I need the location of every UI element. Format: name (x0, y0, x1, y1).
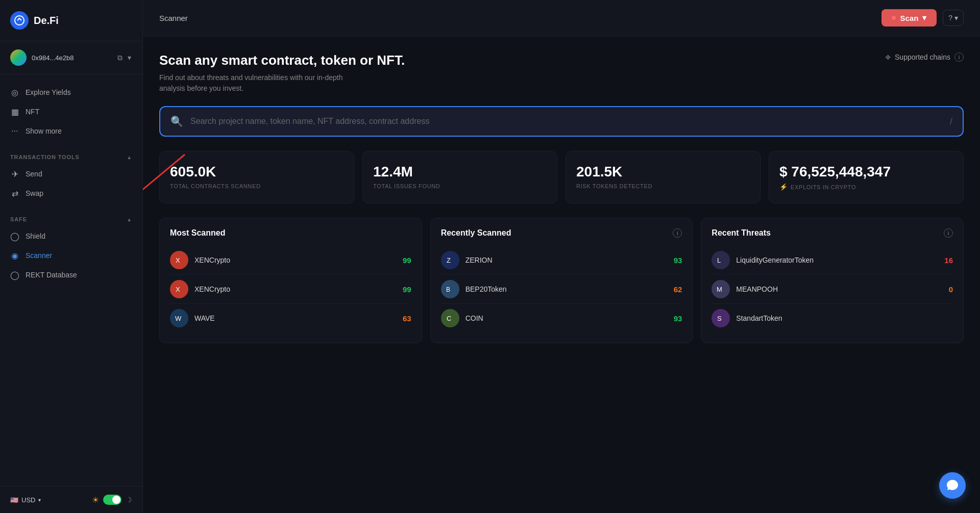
sidebar-item-explore-yields[interactable]: ◎ Explore Yields (0, 83, 142, 102)
scanner-icon: ◉ (10, 251, 19, 260)
recent-threats-info-icon[interactable]: i (944, 228, 953, 238)
list-item[interactable]: B BEP20Token 62 (441, 275, 682, 304)
stat-label: TOTAL ISSUES FOUND (373, 183, 547, 189)
hero-subtitle: Find out about threats and vulnerabiliti… (159, 72, 405, 94)
main-nav: ◎ Explore Yields ▦ NFT ··· Show more (0, 74, 142, 149)
token-icon: X (170, 280, 188, 298)
sidebar-item-show-more[interactable]: ··· Show more (0, 121, 142, 141)
list-item[interactable]: S StandartToken (712, 304, 953, 332)
token-name: XENCrypto (194, 285, 397, 293)
wallet-icons: ⧉ ▾ (116, 53, 132, 63)
sidebar-item-label: REKT Database (26, 271, 77, 279)
app-name: De.Fi (34, 15, 59, 27)
token-score: 62 (674, 285, 682, 294)
sidebar-item-label: Show more (26, 127, 62, 135)
wallet-dropdown-button[interactable]: ▾ (127, 53, 132, 63)
stat-risk-tokens: 201.5K RISK TOKENS DETECTED (566, 151, 761, 203)
sidebar-item-nft[interactable]: ▦ NFT (0, 102, 142, 121)
list-item[interactable]: L LiquidityGeneratorToken 16 (712, 246, 953, 275)
scan-button[interactable]: Scan ▾ (881, 9, 937, 27)
rekt-database-icon: ◯ (10, 270, 19, 279)
chevron-up-icon: ▲ (127, 155, 132, 160)
sidebar-item-label: Scanner (26, 251, 52, 260)
logo-area: De.Fi (0, 0, 142, 41)
search-icon: 🔍 (170, 115, 183, 127)
token-name: LiquidityGeneratorToken (736, 256, 938, 264)
sidebar-item-rekt-database[interactable]: ◯ REKT Database (0, 265, 142, 285)
stat-label-area: ⚡ EXPLOITS IN CRYPTO (779, 183, 953, 191)
svg-text:W: W (175, 315, 182, 322)
logo-icon (10, 11, 29, 30)
stat-value: 201.5K (576, 164, 750, 180)
supported-chains-button[interactable]: ⎆ Supported chains i (886, 53, 964, 62)
token-score: 93 (674, 256, 682, 265)
recent-threats-header: Recent Threats i (712, 228, 953, 238)
sidebar-item-scanner[interactable]: ◉ Scanner (0, 246, 142, 265)
sidebar-item-send[interactable]: ✈ Send (0, 164, 142, 184)
chat-bubble-button[interactable] (939, 472, 966, 499)
scan-dot-icon (892, 16, 896, 20)
topbar: Scanner Scan ▾ ? ▾ (143, 0, 980, 36)
sidebar-item-label: Swap (26, 189, 43, 197)
token-name: MEANPOOH (736, 285, 942, 293)
help-icon: ? (948, 14, 952, 22)
safe-nav: ◯ Shield ◉ Scanner ◯ REKT Database (0, 224, 142, 293)
search-bar: 🔍 / (159, 106, 964, 137)
sidebar-item-swap[interactable]: ⇄ Swap (0, 184, 142, 203)
help-button[interactable]: ? ▾ (943, 10, 964, 26)
send-icon: ✈ (10, 169, 19, 178)
hero-text: Scan any smart contract, token or NFT. F… (159, 53, 405, 94)
token-icon: X (170, 251, 188, 269)
wallet-address: 0x984...4e2b8 (32, 54, 111, 62)
svg-text:X: X (176, 286, 180, 293)
scan-button-label: Scan (900, 14, 918, 22)
sidebar: De.Fi 0x984...4e2b8 ⧉ ▾ ◎ Explore Yields… (0, 0, 143, 513)
chain-icon: ⎆ (886, 53, 891, 62)
stat-total-contracts: 605.0K TOTAL CONTRACTS SCANNED (159, 151, 354, 203)
theme-toggle[interactable] (103, 495, 121, 505)
svg-text:M: M (717, 286, 722, 293)
token-name: BEP20Token (465, 285, 668, 293)
recently-scanned-title: Recently Scanned (441, 228, 511, 238)
supported-chains-info-icon[interactable]: i (954, 53, 964, 62)
search-input[interactable] (190, 117, 943, 126)
copy-address-button[interactable]: ⧉ (116, 53, 124, 63)
list-item[interactable]: W WAVE 63 (170, 304, 411, 332)
sidebar-item-label: Send (26, 170, 42, 178)
svg-text:Z: Z (447, 256, 451, 264)
svg-text:B: B (446, 286, 450, 293)
main-content: Scanner Scan ▾ ? ▾ Scan any smart contra… (143, 0, 980, 513)
token-score: 16 (944, 256, 953, 265)
transaction-tools-label: TRANSACTION TOOLS (10, 154, 80, 160)
hero-title: Scan any smart contract, token or NFT. (159, 53, 405, 68)
token-icon: W (170, 309, 188, 327)
token-score: 63 (403, 314, 411, 323)
currency-selector[interactable]: 🇺🇸 USD ▾ (10, 496, 41, 504)
recently-scanned-info-icon[interactable]: i (673, 228, 682, 238)
stat-total-issues: 12.4M TOTAL ISSUES FOUND (362, 151, 557, 203)
list-item[interactable]: C COIN 93 (441, 304, 682, 332)
nft-icon: ▦ (10, 107, 19, 116)
explore-yields-icon: ◎ (10, 88, 19, 97)
transaction-tools-header: TRANSACTION TOOLS ▲ (0, 149, 142, 162)
token-score: 93 (674, 314, 682, 323)
svg-text:C: C (447, 315, 451, 322)
topbar-right: Scan ▾ ? ▾ (881, 9, 964, 27)
list-item[interactable]: X XENCrypto 99 (170, 275, 411, 304)
stat-value: 12.4M (373, 164, 547, 180)
most-scanned-card: Most Scanned X XENCrypto 99 X XENCrypto … (159, 218, 422, 343)
most-scanned-header: Most Scanned (170, 228, 411, 238)
stat-value: 605.0K (170, 164, 344, 180)
currency-flag-icon: 🇺🇸 (10, 496, 18, 504)
token-score: 0 (949, 285, 953, 294)
chevron-up-icon: ▲ (127, 217, 132, 222)
swap-icon: ⇄ (10, 189, 19, 198)
token-icon: B (441, 280, 459, 298)
sidebar-item-shield[interactable]: ◯ Shield (0, 226, 142, 246)
list-item[interactable]: X XENCrypto 99 (170, 246, 411, 275)
list-item[interactable]: Z ZERION 93 (441, 246, 682, 275)
svg-text:S: S (717, 315, 722, 322)
token-name: ZERION (465, 256, 668, 264)
token-name: XENCrypto (194, 256, 397, 264)
list-item[interactable]: M MEANPOOH 0 (712, 275, 953, 304)
